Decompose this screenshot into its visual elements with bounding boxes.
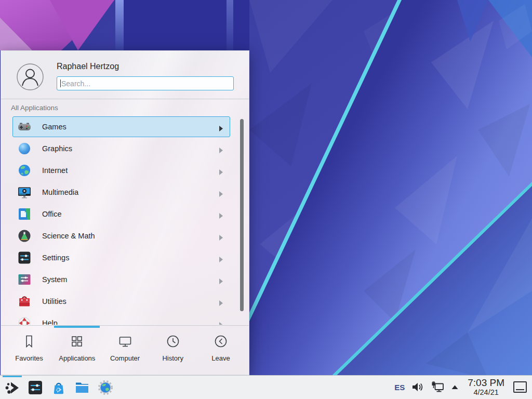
submenu-arrow-icon bbox=[219, 299, 223, 304]
volume-icon[interactable] bbox=[411, 381, 424, 393]
category-label: Office bbox=[42, 210, 62, 218]
category-games[interactable]: Games bbox=[12, 116, 230, 137]
submenu-arrow-icon bbox=[219, 211, 223, 217]
search-input[interactable]: Search... bbox=[57, 76, 234, 90]
digital-clock[interactable]: 7:03 PM 4/24/21 bbox=[468, 378, 504, 396]
search-placeholder: Search... bbox=[61, 79, 90, 88]
category-science-math[interactable]: Science & Math bbox=[12, 225, 230, 246]
application-launcher-menu: Raphael Hertzog Search... All Applicatio… bbox=[1, 50, 249, 375]
submenu-arrow-icon bbox=[219, 168, 223, 174]
category-label: Science & Math bbox=[42, 232, 95, 240]
tab-computer[interactable]: Computer bbox=[101, 334, 149, 362]
launcher-header: Raphael Hertzog Search... bbox=[1, 51, 249, 99]
category-list: Games Graphics bbox=[1, 114, 249, 325]
text-cursor bbox=[60, 79, 61, 87]
keyboard-layout-indicator[interactable]: ES bbox=[394, 383, 405, 392]
system-settings-icon[interactable] bbox=[28, 380, 43, 395]
category-office[interactable]: Office bbox=[12, 204, 230, 224]
monitor-play-icon bbox=[18, 185, 31, 199]
launcher-footer: Favorites Applications bbox=[1, 325, 249, 375]
computer-icon bbox=[117, 334, 133, 351]
sliders-icon bbox=[18, 251, 31, 264]
user-name: Raphael Hertzog bbox=[57, 62, 119, 71]
web-browser-icon[interactable] bbox=[98, 380, 113, 395]
tray-expander-icon[interactable] bbox=[451, 384, 459, 390]
active-tab-indicator bbox=[54, 326, 100, 328]
file-manager-icon[interactable] bbox=[74, 380, 90, 395]
category-label: Utilities bbox=[42, 297, 66, 305]
category-settings[interactable]: Settings bbox=[12, 247, 230, 268]
category-label: Internet bbox=[42, 166, 68, 175]
globe-icon bbox=[18, 164, 31, 177]
discover-icon[interactable] bbox=[51, 380, 66, 395]
category-label: Graphics bbox=[42, 144, 72, 153]
clock-time: 7:03 PM bbox=[468, 378, 504, 389]
category-label: Multimedia bbox=[42, 188, 78, 196]
category-graphics[interactable]: Graphics bbox=[12, 138, 230, 159]
submenu-arrow-icon bbox=[219, 124, 223, 130]
category-help[interactable]: Help bbox=[12, 313, 230, 325]
application-launcher-button[interactable] bbox=[4, 380, 20, 395]
tab-history[interactable]: History bbox=[149, 334, 197, 362]
category-utilities[interactable]: Utilities bbox=[12, 291, 230, 312]
tab-label: Favorites bbox=[15, 354, 43, 362]
category-label: Settings bbox=[42, 254, 69, 262]
category-multimedia[interactable]: Multimedia bbox=[12, 182, 230, 203]
tab-leave[interactable]: Leave bbox=[197, 334, 245, 362]
clock-date: 4/24/21 bbox=[468, 389, 504, 397]
flask-icon bbox=[18, 229, 31, 243]
category-internet[interactable]: Internet bbox=[12, 160, 230, 181]
show-desktop-button[interactable] bbox=[513, 381, 527, 393]
documents-icon bbox=[18, 207, 31, 221]
network-icon[interactable] bbox=[431, 381, 444, 393]
submenu-arrow-icon bbox=[219, 255, 223, 261]
category-system[interactable]: System bbox=[12, 269, 230, 290]
submenu-arrow-icon bbox=[219, 277, 223, 283]
taskbar: ES bbox=[0, 375, 532, 399]
scrollbar[interactable] bbox=[240, 119, 244, 311]
submenu-arrow-icon bbox=[219, 233, 223, 239]
gamepad-icon bbox=[18, 120, 31, 134]
submenu-arrow-icon bbox=[219, 146, 223, 152]
system-sliders-icon bbox=[18, 273, 31, 286]
tab-label: Leave bbox=[211, 354, 230, 362]
launcher-active-indicator bbox=[3, 376, 22, 377]
desktop[interactable]: Raphael Hertzog Search... All Applicatio… bbox=[0, 0, 532, 399]
tab-applications[interactable]: Applications bbox=[53, 334, 101, 362]
category-label: Games bbox=[42, 123, 66, 131]
submenu-arrow-icon bbox=[219, 190, 223, 195]
category-label: Help bbox=[42, 319, 58, 325]
sphere-icon bbox=[18, 142, 31, 155]
category-label: System bbox=[42, 275, 67, 284]
tab-favorites[interactable]: Favorites bbox=[5, 334, 53, 362]
tab-label: Computer bbox=[110, 354, 140, 362]
tab-label: History bbox=[162, 354, 183, 362]
toolbox-icon bbox=[18, 295, 31, 308]
tab-label: Applications bbox=[59, 354, 95, 362]
section-label: All Applications bbox=[11, 104, 58, 112]
lifebuoy-icon bbox=[18, 316, 31, 325]
submenu-arrow-icon bbox=[219, 321, 223, 325]
user-avatar-icon[interactable] bbox=[17, 63, 44, 90]
bookmark-icon bbox=[21, 334, 37, 351]
grid-icon bbox=[69, 334, 85, 351]
leave-icon bbox=[213, 334, 229, 351]
clock-icon bbox=[165, 334, 181, 351]
